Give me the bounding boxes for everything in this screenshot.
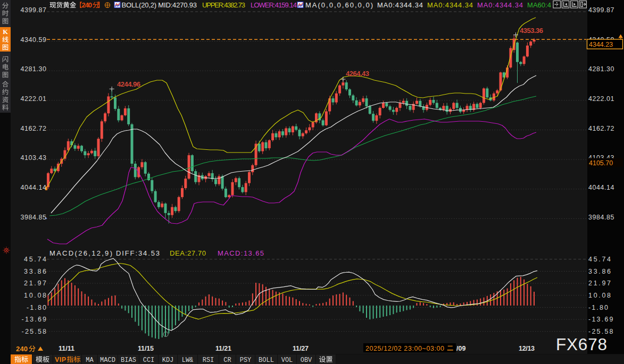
- svg-text:4353.36: 4353.36: [520, 27, 543, 35]
- svg-text:FX678: FX678: [556, 335, 607, 354]
- svg-text:MACD:13.65: MACD:13.65: [218, 249, 264, 257]
- svg-text:4103.43: 4103.43: [21, 154, 47, 162]
- svg-text:240: 240: [16, 345, 28, 353]
- svg-text:MA60:4: MA60:4: [527, 1, 551, 9]
- svg-text:BOLL(20,2) MID:4270.93: BOLL(20,2) MID:4270.93: [122, 1, 197, 9]
- svg-text:10.08: 10.08: [588, 292, 611, 299]
- svg-text:45.74: 45.74: [24, 256, 46, 263]
- svg-text:4281.30: 4281.30: [588, 65, 614, 73]
- svg-text:11/27: 11/27: [293, 345, 309, 352]
- svg-text:4044.14: 4044.14: [588, 184, 614, 191]
- svg-text:LOWER:4159.14: LOWER:4159.14: [251, 1, 297, 9]
- svg-text:4344.23: 4344.23: [589, 41, 613, 48]
- svg-text:-1.80: -1.80: [588, 304, 608, 311]
- svg-text:33.86: 33.86: [24, 268, 46, 275]
- svg-text:DIFF:34.53: DIFF:34.53: [116, 249, 160, 257]
- svg-text:BOLL: BOLL: [259, 357, 274, 364]
- svg-text:CR: CR: [223, 357, 231, 364]
- svg-text:12/13: 12/13: [519, 345, 535, 352]
- svg-text:VOL: VOL: [281, 357, 293, 364]
- svg-text:4281.30: 4281.30: [21, 65, 47, 73]
- svg-text:4222.01: 4222.01: [588, 95, 614, 103]
- svg-text:45.74: 45.74: [588, 256, 611, 263]
- svg-text:4399.87: 4399.87: [21, 6, 47, 14]
- svg-text:3984.85: 3984.85: [21, 214, 47, 221]
- svg-text:MA0:4344.34: MA0:4344.34: [427, 1, 473, 9]
- svg-text:K: K: [3, 28, 8, 36]
- svg-text:11/15: 11/15: [138, 345, 154, 352]
- svg-text:CCI: CCI: [143, 357, 155, 364]
- svg-text:MACD(26,12,9): MACD(26,12,9): [49, 249, 112, 257]
- svg-text:33.86: 33.86: [588, 268, 611, 275]
- svg-text:BIAS: BIAS: [121, 357, 136, 364]
- svg-text:4244.96: 4244.96: [117, 80, 140, 88]
- svg-text:LW&: LW&: [182, 357, 194, 364]
- svg-text:4264.43: 4264.43: [346, 70, 369, 78]
- svg-text:4044.14: 4044.14: [21, 184, 47, 191]
- svg-text:MACD: MACD: [100, 357, 115, 364]
- svg-text:11/21: 11/21: [215, 345, 231, 352]
- svg-text:4162.72: 4162.72: [21, 125, 47, 132]
- svg-text:2025/12/02 23:00~03:00: 2025/12/02 23:00~03:00: [365, 345, 444, 352]
- svg-text:KDJ: KDJ: [162, 357, 174, 364]
- svg-text:VIP: VIP: [55, 356, 66, 363]
- svg-text:4399.87: 4399.87: [588, 6, 614, 14]
- svg-text:240: 240: [82, 1, 93, 9]
- svg-text:11/11: 11/11: [59, 345, 74, 352]
- svg-text:21.97: 21.97: [588, 280, 611, 287]
- svg-text:-1.80: -1.80: [27, 304, 46, 311]
- svg-text:MA0:4344.34: MA0:4344.34: [477, 1, 523, 9]
- svg-text:PSY: PSY: [240, 357, 252, 364]
- svg-text:21.97: 21.97: [24, 280, 46, 287]
- svg-text:/09: /09: [456, 345, 465, 352]
- svg-text:4340.59: 4340.59: [21, 36, 47, 44]
- svg-text:OBV: OBV: [301, 357, 312, 364]
- svg-text:4162.72: 4162.72: [588, 125, 614, 132]
- svg-text:4222.01: 4222.01: [21, 95, 47, 103]
- svg-text:MA: MA: [86, 357, 94, 364]
- svg-text:DEA:27.70: DEA:27.70: [170, 249, 206, 257]
- svg-text:MA0:4344.34: MA0:4344.34: [377, 1, 423, 9]
- svg-text:RSI: RSI: [203, 357, 214, 364]
- svg-text:3984.85: 3984.85: [588, 214, 614, 221]
- svg-text:UPPER:4382.73: UPPER:4382.73: [202, 1, 245, 9]
- svg-text:10.08: 10.08: [24, 292, 46, 299]
- svg-text:4105.70: 4105.70: [589, 159, 613, 167]
- svg-text:MA(0,0,0,60,0,0): MA(0,0,0,60,0,0): [305, 1, 373, 9]
